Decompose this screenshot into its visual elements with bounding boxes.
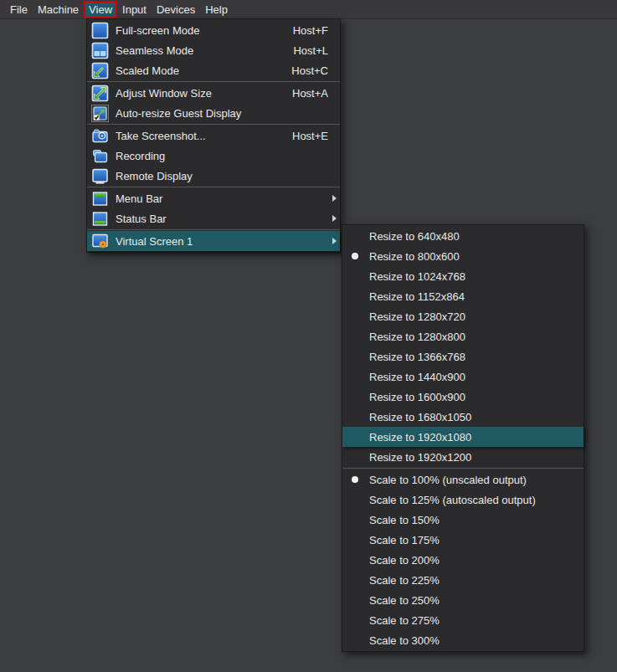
submenu-arrow-icon	[332, 195, 337, 202]
submenu-item-scale-to-250[interactable]: Scale to 250%	[342, 590, 584, 610]
menu-item-label: Recording	[116, 150, 165, 162]
submenu-item-label: Resize to 1600x900	[369, 391, 465, 403]
submenu-item-label: Resize to 1920x1200	[369, 451, 471, 464]
virtual-screen-submenu-popup: Resize to 640x480Resize to 800x600Resize…	[342, 224, 584, 652]
virtualbox-vm-window: { "colors": { "highlight": "#1f5a63", "a…	[0, 0, 617, 672]
submenu-arrow-icon	[332, 215, 337, 222]
menu-item-label: Scaled Mode	[116, 64, 179, 77]
menu-item-menu-bar[interactable]: Menu Bar	[87, 188, 340, 208]
menubar-item-file[interactable]: File	[5, 2, 33, 18]
menubar-icon	[91, 190, 109, 208]
submenu-item-label: Scale to 250%	[369, 594, 440, 607]
shortcut-label: Host+C	[291, 64, 328, 77]
submenu-item-resize-to-1920x1080[interactable]: Resize to 1920x1080	[342, 427, 584, 447]
submenu-item-scale-to-100-unscaled-output[interactable]: Scale to 100% (unscaled output)	[342, 469, 584, 490]
shortcut-label: Host+L	[293, 44, 328, 57]
submenu-item-scale-to-200[interactable]: Scale to 200%	[342, 550, 584, 570]
view-menu-popup: Full-screen ModeHost+FSeamless ModeHost+…	[86, 18, 341, 253]
menu-separator	[87, 81, 340, 82]
autoresize-icon	[91, 105, 109, 122]
adjust-icon	[91, 85, 109, 102]
menubar-item-help[interactable]: Help	[200, 2, 233, 18]
submenu-item-label: Scale to 175%	[369, 534, 440, 546]
statusbar-icon	[91, 210, 109, 228]
remote-icon	[91, 167, 109, 185]
seamless-icon	[91, 42, 109, 59]
submenu-item-scale-to-275[interactable]: Scale to 275%	[342, 610, 584, 630]
submenu-item-resize-to-1152x864[interactable]: Resize to 1152x864	[342, 286, 584, 306]
shortcut-label: Host+A	[292, 87, 328, 100]
scaled-icon	[91, 62, 109, 80]
menu-item-adjust-window-size[interactable]: Adjust Window SizeHost+A	[87, 83, 340, 103]
menu-item-label: Status Bar	[116, 213, 167, 225]
submenu-item-label: Resize to 1440x900	[369, 371, 465, 383]
submenu-item-scale-to-125-autoscaled-output[interactable]: Scale to 125% (autoscaled output)	[342, 490, 584, 510]
menu-separator	[87, 187, 340, 187]
menu-item-recording[interactable]: Recording	[87, 146, 340, 166]
submenu-item-label: Scale to 200%	[369, 554, 440, 567]
submenu-item-scale-to-175[interactable]: Scale to 175%	[342, 530, 584, 550]
menu-separator	[87, 124, 340, 125]
screenshot-icon	[91, 127, 109, 145]
submenu-item-label: Resize to 1024x768	[369, 270, 465, 283]
menu-item-label: Full-screen Mode	[116, 24, 199, 37]
submenu-item-resize-to-640x480[interactable]: Resize to 640x480	[342, 226, 584, 246]
submenu-item-label: Scale to 275%	[369, 614, 440, 627]
menubar-item-machine[interactable]: Machine	[33, 2, 84, 18]
submenu-item-resize-to-1440x900[interactable]: Resize to 1440x900	[342, 367, 584, 387]
submenu-item-resize-to-800x600[interactable]: Resize to 800x600	[342, 246, 584, 266]
submenu-item-label: Scale to 300%	[369, 634, 440, 647]
menu-bar: FileMachineViewInputDevicesHelp	[0, 0, 617, 19]
submenu-item-scale-to-300[interactable]: Scale to 300%	[342, 630, 584, 650]
menu-item-label: Menu Bar	[116, 192, 162, 205]
menu-item-scaled-mode[interactable]: Scaled ModeHost+C	[87, 60, 340, 80]
menu-item-status-bar[interactable]: Status Bar	[87, 208, 340, 228]
recording-icon	[91, 147, 109, 165]
menu-item-label: Auto-resize Guest Display	[116, 107, 241, 120]
submenu-item-label: Scale to 100% (unscaled output)	[369, 474, 527, 486]
shortcut-label: Host+F	[293, 24, 328, 37]
menu-item-virtual-screen-1[interactable]: Virtual Screen 1	[87, 231, 340, 251]
menu-separator	[342, 468, 584, 469]
submenu-item-label: Resize to 640x480	[369, 230, 460, 243]
menu-item-label: Adjust Window Size	[116, 87, 212, 100]
submenu-item-resize-to-1600x900[interactable]: Resize to 1600x900	[342, 387, 584, 407]
radio-selected-icon	[352, 476, 358, 483]
submenu-item-scale-to-225[interactable]: Scale to 225%	[342, 570, 584, 590]
submenu-item-label: Resize to 1920x1080	[369, 431, 471, 444]
menu-separator	[87, 229, 340, 230]
menu-item-label: Take Screenshot...	[116, 130, 206, 142]
menu-item-take-screenshot[interactable]: Take Screenshot...Host+E	[87, 126, 340, 146]
menu-item-remote-display[interactable]: Remote Display	[87, 166, 340, 186]
menu-item-label: Remote Display	[116, 170, 193, 182]
menu-item-label: Seamless Mode	[116, 44, 193, 57]
submenu-item-resize-to-1280x800[interactable]: Resize to 1280x800	[342, 326, 584, 346]
submenu-item-label: Resize to 1280x800	[369, 331, 465, 343]
submenu-item-label: Scale to 225%	[369, 574, 440, 587]
submenu-item-label: Resize to 1366x768	[369, 351, 465, 363]
submenu-item-label: Scale to 150%	[369, 514, 440, 526]
submenu-item-label: Resize to 800x600	[369, 250, 460, 263]
submenu-item-scale-to-150[interactable]: Scale to 150%	[342, 510, 584, 530]
radio-selected-icon	[352, 253, 358, 259]
submenu-item-resize-to-1920x1200[interactable]: Resize to 1920x1200	[342, 447, 584, 467]
submenu-item-resize-to-1680x1050[interactable]: Resize to 1680x1050	[342, 407, 584, 427]
shortcut-label: Host+E	[292, 130, 328, 142]
menu-item-label: Virtual Screen 1	[116, 235, 193, 248]
submenu-item-label: Resize to 1280x720	[369, 310, 465, 323]
menubar-item-devices[interactable]: Devices	[152, 2, 200, 18]
menubar-item-input[interactable]: Input	[117, 2, 152, 18]
submenu-arrow-icon	[332, 238, 337, 244]
submenu-item-label: Resize to 1152x864	[369, 290, 465, 303]
submenu-item-resize-to-1024x768[interactable]: Resize to 1024x768	[342, 266, 584, 286]
fullscreen-icon	[91, 22, 109, 39]
submenu-item-resize-to-1280x720[interactable]: Resize to 1280x720	[342, 306, 584, 326]
submenu-item-resize-to-1366x768[interactable]: Resize to 1366x768	[342, 346, 584, 367]
submenu-item-label: Resize to 1680x1050	[369, 411, 471, 423]
virtualscreen-icon	[91, 233, 109, 250]
menu-item-auto-resize-guest-display[interactable]: Auto-resize Guest Display	[87, 103, 340, 123]
menu-item-seamless-mode[interactable]: Seamless ModeHost+L	[87, 40, 340, 60]
menu-item-full-screen-mode[interactable]: Full-screen ModeHost+F	[87, 20, 340, 40]
menubar-item-view[interactable]: View	[84, 1, 117, 18]
submenu-item-label: Scale to 125% (autoscaled output)	[369, 494, 536, 506]
